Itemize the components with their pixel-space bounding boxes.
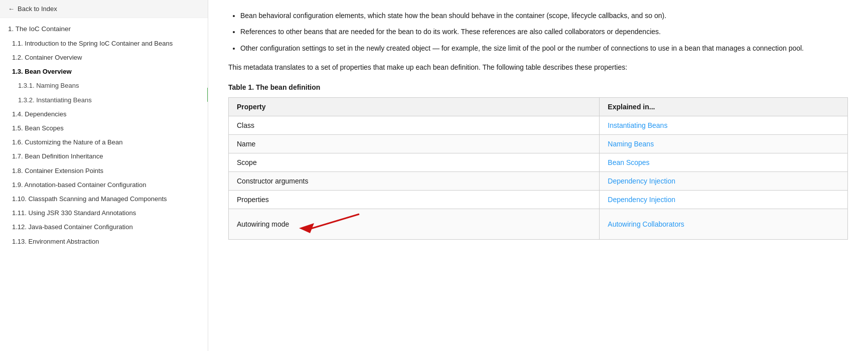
explained-cell[interactable]: Bean Scopes [600, 153, 848, 171]
intro-bullet-list: Bean behavioral configuration elements, … [228, 10, 848, 54]
table-row: Autowiring modeAutowiring Collaborators [229, 209, 848, 239]
metadata-text: This metadata translates to a set of pro… [228, 62, 848, 73]
sidebar-item-environment-abstraction[interactable]: 1.13. Environment Abstraction [0, 235, 208, 249]
property-name: Autowiring mode [237, 220, 289, 228]
sidebar-item-naming-beans[interactable]: 1.3.1. Naming Beans [0, 79, 208, 93]
sidebar-item-ioc-container[interactable]: 1. The IoC Container [0, 22, 208, 37]
property-cell: Constructor arguments [229, 171, 600, 190]
svg-line-0 [309, 214, 359, 229]
explained-cell[interactable]: Naming Beans [600, 134, 848, 153]
table-row: ClassInstantiating Beans [229, 116, 848, 134]
property-cell: Properties [229, 190, 600, 209]
sidebar-item-bean-overview[interactable]: 1.3. Bean Overview [0, 65, 208, 79]
red-arrow-annotation [299, 214, 359, 234]
property-cell: Class [229, 116, 600, 134]
table-title: Table 1. The bean definition [228, 83, 848, 91]
sidebar: ← Back to Index 1. The IoC Container1.1.… [0, 0, 208, 351]
sidebar-item-bean-definition-inheritance[interactable]: 1.7. Bean Definition Inheritance [0, 149, 208, 163]
bean-definition-table: Property Explained in... ClassInstantiat… [228, 97, 848, 240]
property-cell: Name [229, 134, 600, 153]
sidebar-item-container-extension[interactable]: 1.8. Container Extension Points [0, 164, 208, 178]
explained-cell[interactable]: Autowiring Collaborators [600, 209, 848, 239]
explained-cell[interactable]: Dependency Injection [600, 190, 848, 209]
bullet-item: Bean behavioral configuration elements, … [240, 10, 848, 21]
property-cell: Scope [229, 153, 600, 171]
explained-column-header: Explained in... [600, 97, 848, 116]
table-header-row: Property Explained in... [229, 97, 848, 116]
sidebar-item-intro-spring[interactable]: 1.1. Introduction to the Spring IoC Cont… [0, 37, 208, 51]
sidebar-item-annotation-based[interactable]: 1.9. Annotation-based Container Configur… [0, 178, 208, 192]
back-arrow-icon: ← [8, 5, 15, 13]
property-column-header: Property [229, 97, 600, 116]
sidebar-item-java-based[interactable]: 1.12. Java-based Container Configuration [0, 220, 208, 234]
sidebar-item-jsr330[interactable]: 1.11. Using JSR 330 Standard Annotations [0, 206, 208, 220]
sidebar-item-container-overview[interactable]: 1.2. Container Overview [0, 51, 208, 65]
svg-marker-1 [299, 223, 314, 233]
bullet-item: Other configuration settings to set in t… [240, 43, 848, 54]
table-row: NameNaming Beans [229, 134, 848, 153]
sidebar-item-customizing[interactable]: 1.6. Customizing the Nature of a Bean [0, 135, 208, 149]
main-content: Bean behavioral configuration elements, … [208, 0, 868, 351]
active-section-indicator [207, 88, 208, 102]
sidebar-item-classpath-scanning[interactable]: 1.10. Classpath Scanning and Managed Com… [0, 192, 208, 206]
sidebar-item-instantiating-beans[interactable]: 1.3.2. Instantiating Beans [0, 93, 208, 107]
back-label: Back to Index [18, 5, 57, 13]
sidebar-item-bean-scopes[interactable]: 1.5. Bean Scopes [0, 121, 208, 135]
explained-cell[interactable]: Instantiating Beans [600, 116, 848, 134]
explained-cell[interactable]: Dependency Injection [600, 171, 848, 190]
sidebar-navigation: 1. The IoC Container1.1. Introduction to… [0, 18, 208, 253]
table-row: PropertiesDependency Injection [229, 190, 848, 209]
sidebar-item-dependencies[interactable]: 1.4. Dependencies [0, 107, 208, 121]
table-row: ScopeBean Scopes [229, 153, 848, 171]
property-cell: Autowiring mode [229, 209, 600, 239]
bullet-item: References to other beans that are neede… [240, 26, 848, 37]
table-row: Constructor argumentsDependency Injectio… [229, 171, 848, 190]
back-to-index-link[interactable]: ← Back to Index [0, 0, 208, 18]
